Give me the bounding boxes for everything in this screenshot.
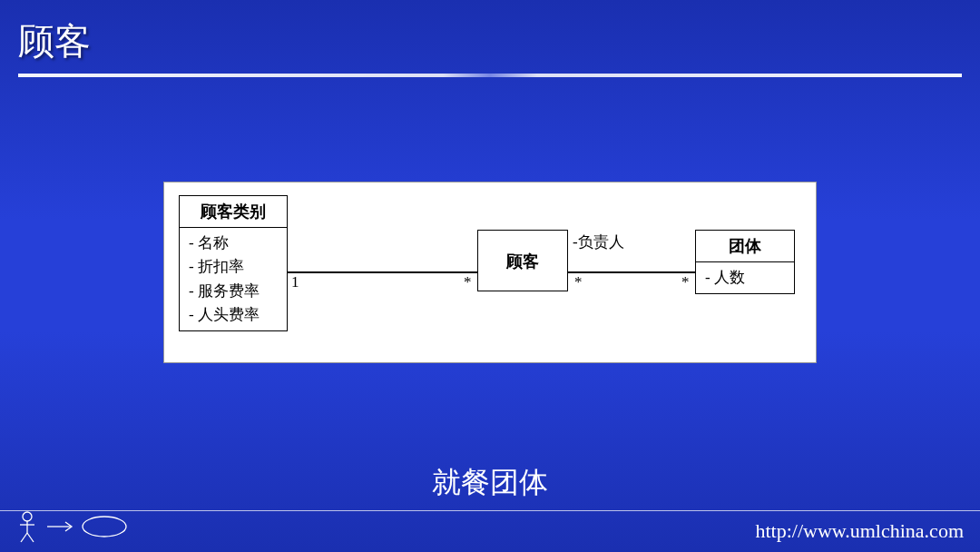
multiplicity-label: *: [681, 273, 690, 291]
svg-line-4: [27, 533, 34, 542]
multiplicity-label: *: [464, 273, 472, 291]
actor-usecase-icon: [9, 508, 136, 548]
svg-line-3: [21, 533, 27, 542]
association-customer-group: [568, 271, 695, 273]
svg-point-0: [23, 512, 32, 521]
class-customer-name: 顾客: [478, 231, 567, 292]
slide-header: 顾客: [0, 0, 980, 88]
attr-item: - 人头费率: [189, 303, 278, 327]
association-category-customer: [288, 271, 477, 273]
attr-item: - 折扣率: [189, 255, 278, 279]
slide-subtitle: 就餐团体: [0, 463, 980, 503]
class-group-name: 团体: [696, 231, 794, 262]
class-category-attrs: - 名称 - 折扣率 - 服务费率 - 人头费率: [180, 228, 287, 330]
attr-item: - 人数: [705, 266, 785, 290]
attr-item: - 服务费率: [189, 280, 278, 303]
slide-footer: http://www.umlchina.com: [0, 510, 980, 552]
svg-point-6: [83, 517, 126, 537]
class-category-name: 顾客类别: [180, 196, 287, 228]
class-category: 顾客类别 - 名称 - 折扣率 - 服务费率 - 人头费率: [179, 195, 288, 331]
class-group: 团体 - 人数: [695, 230, 795, 294]
multiplicity-label: 1: [291, 273, 299, 291]
slide-title: 顾客: [18, 16, 962, 66]
role-label: -负责人: [573, 232, 624, 252]
class-customer: 顾客: [477, 230, 568, 291]
multiplicity-label: *: [574, 273, 583, 291]
class-group-attrs: - 人数: [696, 262, 794, 293]
attr-item: - 名称: [189, 232, 278, 255]
header-divider: [18, 74, 962, 77]
footer-url: http://www.umlchina.com: [755, 519, 964, 543]
uml-diagram: 顾客类别 - 名称 - 折扣率 - 服务费率 - 人头费率 顾客 团体 - 人数…: [163, 182, 817, 363]
